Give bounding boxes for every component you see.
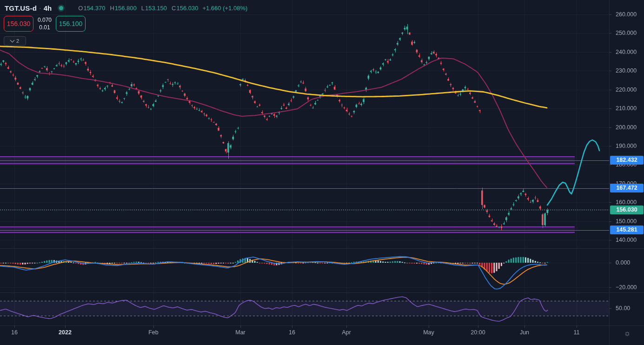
price-level-badge[interactable]: 167.472 [610,184,644,192]
time-axis-label: 16 [276,329,308,336]
high-label: H [110,5,114,12]
price-axis[interactable]: 260.000250.000240.000230.000220.000210.0… [609,0,644,325]
time-axis-label: Mar [224,329,257,336]
price-tick-label: 190.000 [616,142,637,150]
time-axis-label: May [412,329,445,336]
open-label: O [78,5,83,12]
pane-divider-rsi[interactable] [0,292,644,293]
ohlc-readout: O154.370 H156.800 L153.150 C156.030 +1.6… [73,5,247,12]
price-tick-label: 240.000 [616,48,637,56]
axis-tick-mark [609,90,611,90]
price-tick-label: 160.000 [616,199,637,206]
time-axis-label: Feb [137,329,170,336]
low-label: L [141,5,145,12]
axis-tick-mark [609,165,611,165]
axis-tick-mark [153,325,154,328]
axis-tick-mark [609,287,611,288]
time-axis-label: 20:00 [462,329,494,336]
axis-tick-mark [609,108,611,109]
price-level-badge[interactable]: 182.432 [610,156,644,165]
bid-ask-panel: 156.030 0.070 0.01 156.100 [4,16,86,32]
macd-tick-label: 0.000 [616,259,630,266]
axis-tick-mark [346,325,347,328]
rsi-tick-label: 50.00 [616,305,630,312]
price-tick-label: 140.000 [616,236,637,244]
close-label: C [172,5,176,12]
open-value: 154.370 [83,5,105,12]
chevron-down-icon [10,38,14,43]
axis-tick-mark [609,14,611,15]
time-axis-label: 2022 [49,329,81,336]
time-axis-label: Apr [330,329,363,336]
time-axis-label: Jun [508,329,541,336]
axis-tick-mark [240,325,241,328]
price-tick-label: 210.000 [616,105,637,112]
spread-readout: 0.070 0.01 [33,16,56,31]
axis-tick-mark [609,221,611,222]
axis-tick-mark [609,308,611,309]
axis-tick-mark [524,325,525,328]
sell-bid-button[interactable]: 156.030 [4,16,33,32]
axis-tick-mark [609,33,611,33]
price-level-badge[interactable]: 156.030 [610,206,644,214]
title-separator: · [39,4,41,12]
market-status-icon [59,6,63,10]
price-level-badge[interactable]: 145.281 [610,226,644,234]
price-tick-label: 200.000 [616,124,637,131]
axis-tick-mark [609,146,611,146]
price-tick-label: 150.000 [616,218,637,225]
chart-canvas[interactable] [0,0,609,325]
axis-tick-mark [478,325,478,328]
high-value: 156.800 [115,5,137,12]
price-tick-label: 230.000 [616,67,637,74]
price-tick-label: 220.000 [616,86,637,93]
axis-tick-mark [609,127,611,128]
change-value: +1.660 (+1.08%) [202,5,247,12]
axis-tick-mark [14,325,15,328]
axis-tick-mark [65,325,66,328]
axis-tick-mark [292,325,292,328]
indicators-collapse-button[interactable]: 2 [4,36,26,46]
interval-label[interactable]: 4h [44,4,52,12]
symbol-title[interactable]: TGT.US-d [5,4,37,12]
time-axis[interactable]: 162022FebMar16AprMay20:00Jun11 [0,325,644,345]
trading-chart-app: TGT.US-d · 4h O154.370 H156.800 L153.150… [0,0,644,345]
collapse-count: 2 [16,38,19,44]
macd-tick-label: −20.000 [616,284,637,291]
axis-tick-mark [609,202,611,203]
time-axis-label: 11 [560,329,593,336]
chart-legend: TGT.US-d · 4h O154.370 H156.800 L153.150… [5,3,247,13]
axis-tick-mark [429,325,429,328]
pane-divider-macd[interactable] [0,248,644,249]
close-value: 156.030 [176,5,198,12]
spread-top-value: 0.070 [38,16,52,24]
sun-icon[interactable]: ☼ [621,327,633,339]
buy-ask-button[interactable]: 156.100 [56,16,86,32]
axis-tick-mark [609,71,611,71]
axis-tick-mark [609,263,611,263]
time-axis-label: 16 [0,329,31,336]
price-tick-label: 260.000 [616,11,637,18]
axis-tick-mark [609,240,611,240]
axis-tick-mark [577,325,577,328]
price-tick-label: 250.000 [616,29,637,37]
axis-tick-mark [609,52,611,53]
low-value: 153.150 [145,5,167,12]
spread-bottom-value: 0.01 [39,24,50,31]
